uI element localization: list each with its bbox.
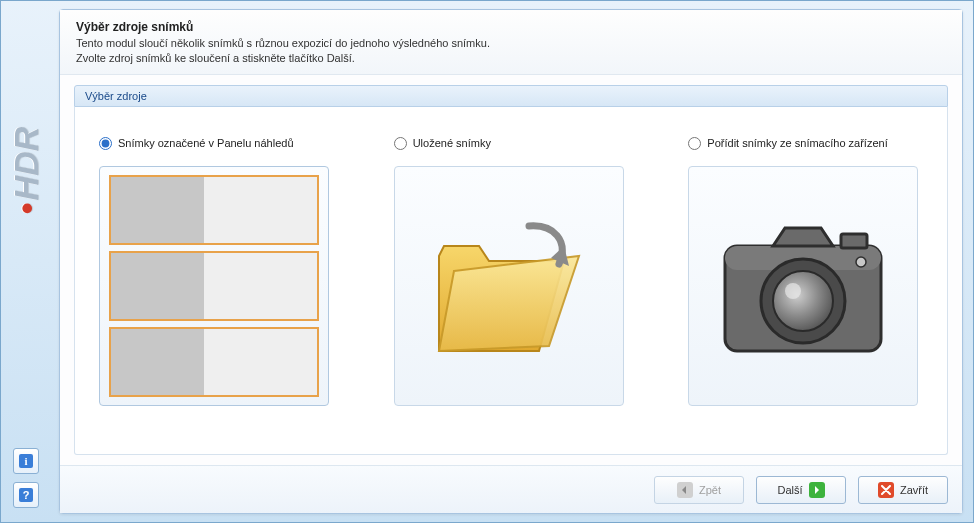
arrow-right-icon [809,482,825,498]
radio-saved[interactable]: Uložené snímky [394,137,491,150]
radio-saved-label: Uložené snímky [413,137,491,149]
radio-panel-label: Snímky označené v Panelu náhledů [118,137,294,149]
wizard-header: Výběr zdroje snímků Tento modul sloučí n… [60,10,962,75]
radio-capture-label: Pořídit snímky ze snímacího zařízení [707,137,887,149]
thumbnail-stack-icon [109,175,319,397]
option-capture-graphic[interactable] [688,166,918,406]
page-title: Výběr zdroje snímků [76,20,946,34]
close-button-label: Zavřít [900,484,928,496]
page-desc-2: Zvolte zdroj snímků ke sloučení a stiskn… [76,51,946,66]
svg-text:?: ? [23,489,30,501]
radio-panel[interactable]: Snímky označené v Panelu náhledů [99,137,294,150]
option-saved-graphic[interactable] [394,166,624,406]
info-icon: i [18,453,34,469]
radio-capture[interactable]: Pořídit snímky ze snímacího zařízení [688,137,887,150]
back-button: Zpět [654,476,744,504]
sidebar: •HDR i ? [1,1,53,522]
app-logo: •HDR [8,127,47,215]
info-button[interactable]: i [13,448,39,474]
page-desc-1: Tento modul sloučí několik snímků s různ… [76,36,946,51]
folder-open-icon [409,186,609,386]
help-icon: ? [18,487,34,503]
option-panel-graphic[interactable] [99,166,329,406]
svg-point-9 [785,283,801,299]
group-body: Snímky označené v Panelu náhledů Uložené… [74,107,948,455]
group-title: Výběr zdroje [74,85,948,107]
arrow-left-icon [677,482,693,498]
close-button[interactable]: Zavřít [858,476,948,504]
radio-capture-input[interactable] [688,137,701,150]
content-area: Výběr zdroje Snímky označené v Panelu ná… [60,75,962,465]
radio-saved-input[interactable] [394,137,407,150]
option-saved: Uložené snímky [394,137,629,436]
camera-icon [703,186,903,386]
close-icon [878,482,894,498]
next-button-label: Další [777,484,802,496]
option-capture: Pořídit snímky ze snímacího zařízení [688,137,923,436]
next-button[interactable]: Další [756,476,846,504]
svg-text:i: i [24,455,27,467]
radio-panel-input[interactable] [99,137,112,150]
svg-rect-6 [841,234,867,248]
help-button[interactable]: ? [13,482,39,508]
back-button-label: Zpět [699,484,721,496]
svg-point-10 [856,257,866,267]
main-panel: Výběr zdroje snímků Tento modul sloučí n… [59,9,963,514]
svg-point-8 [773,271,833,331]
wizard-footer: Zpět Další Zavřít [60,465,962,513]
option-panel: Snímky označené v Panelu náhledů [99,137,334,436]
